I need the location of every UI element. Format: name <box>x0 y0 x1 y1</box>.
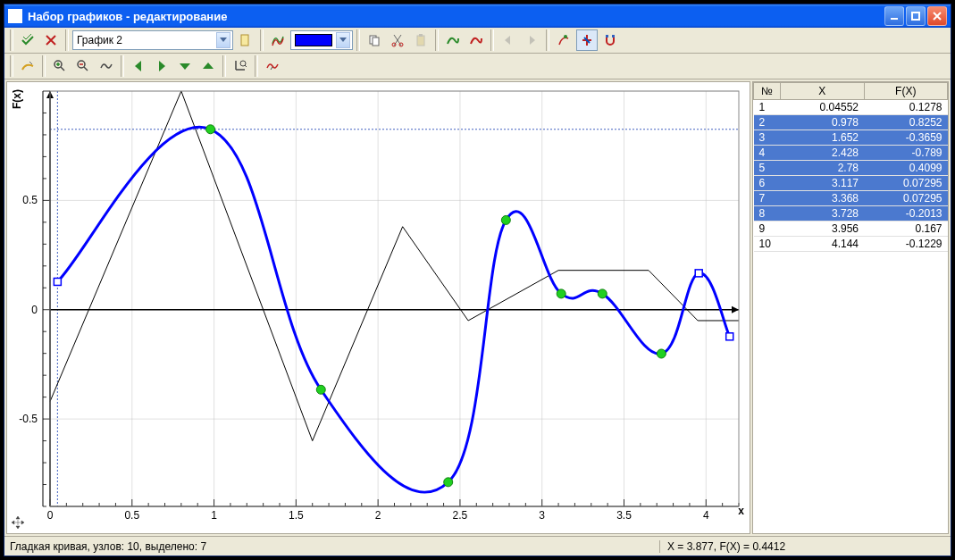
curve-green-button[interactable] <box>442 29 464 51</box>
zoom-in-button[interactable] <box>49 55 71 77</box>
content-area: F(x) x 00.511.522.533.54-0.500.5 № X F(X… <box>4 79 951 536</box>
next-button[interactable] <box>521 29 542 51</box>
copy-button[interactable] <box>364 29 385 51</box>
statusbar: Гладкая кривая, узлов: 10, выделено: 7 X… <box>4 536 951 556</box>
color-selector[interactable] <box>290 30 353 50</box>
toolbar-main: График 2 <box>4 28 951 54</box>
graph-selector-value: График 2 <box>77 34 122 46</box>
prev-button[interactable] <box>498 29 519 51</box>
magnet-button[interactable] <box>599 29 621 51</box>
table-row[interactable]: 42.428-0.789 <box>754 146 948 161</box>
status-right: X = 3.877, F(X) = 0.4412 <box>659 540 945 553</box>
x-axis-label: x <box>738 505 744 517</box>
tool-a-button[interactable] <box>553 29 574 51</box>
svg-rect-10 <box>606 35 608 38</box>
svg-text:2: 2 <box>375 509 381 522</box>
svg-rect-7 <box>417 36 424 46</box>
svg-rect-1 <box>912 13 919 20</box>
svg-point-113 <box>501 215 510 224</box>
svg-rect-8 <box>419 34 423 37</box>
close-button[interactable] <box>927 6 947 26</box>
svg-text:3: 3 <box>539 509 545 522</box>
axis-settings-button[interactable] <box>230 55 251 77</box>
table-row[interactable]: 73.3680.07295 <box>754 191 948 206</box>
table-row[interactable]: 20.9780.8252 <box>754 115 948 130</box>
nav-left-button[interactable] <box>128 55 149 77</box>
curve-type-button[interactable] <box>267 29 289 51</box>
svg-text:1: 1 <box>211 509 217 522</box>
data-panel: № X F(X) 10.045520.127820.9780.825231.65… <box>752 81 949 534</box>
chevron-down-icon <box>336 32 350 48</box>
nav-up-button[interactable] <box>197 55 219 77</box>
svg-point-6 <box>399 43 403 46</box>
svg-text:0: 0 <box>47 509 54 522</box>
curve-red-button[interactable] <box>465 29 487 51</box>
svg-point-115 <box>598 289 607 298</box>
chevron-down-icon <box>216 32 230 48</box>
table-row[interactable]: 52.780.4099 <box>754 161 948 176</box>
edit-curve-button[interactable] <box>17 55 38 77</box>
minimize-button[interactable] <box>884 6 904 26</box>
main-window: Набор графиков - редактирование График 2 <box>4 4 951 556</box>
svg-text:0.5: 0.5 <box>124 509 139 522</box>
nav-right-button[interactable] <box>151 55 172 77</box>
status-left: Гладкая кривая, узлов: 10, выделено: 7 <box>10 540 659 553</box>
svg-text:2.5: 2.5 <box>453 509 468 522</box>
svg-point-5 <box>392 43 396 46</box>
svg-text:3.5: 3.5 <box>616 509 632 522</box>
paste-button[interactable] <box>410 29 431 51</box>
curve-tool-button[interactable] <box>262 55 283 77</box>
cancel-button[interactable] <box>40 29 62 51</box>
svg-rect-2 <box>241 35 248 46</box>
svg-point-116 <box>657 349 666 358</box>
chart-area[interactable]: F(x) x 00.511.522.533.54-0.500.5 <box>6 81 750 534</box>
maximize-button[interactable] <box>906 6 926 26</box>
col-num[interactable]: № <box>754 83 781 100</box>
graph-selector[interactable]: График 2 <box>72 30 233 50</box>
svg-text:0.5: 0.5 <box>22 194 38 206</box>
tool-b-button[interactable] <box>576 29 598 51</box>
move-handle-icon[interactable] <box>11 515 25 530</box>
svg-text:4: 4 <box>703 509 709 522</box>
new-graph-button[interactable] <box>235 29 256 51</box>
svg-text:0: 0 <box>31 304 38 316</box>
svg-point-110 <box>206 125 215 134</box>
chart-canvas[interactable]: 00.511.522.533.54-0.500.5 <box>7 82 750 533</box>
color-swatch <box>295 34 332 46</box>
svg-rect-0 <box>891 18 898 20</box>
svg-rect-117 <box>695 270 702 277</box>
y-axis-label: F(x) <box>11 89 23 109</box>
svg-point-114 <box>557 289 565 298</box>
svg-rect-11 <box>612 35 615 38</box>
table-row[interactable]: 83.728-0.2013 <box>754 206 948 221</box>
data-table[interactable]: № X F(X) 10.045520.127820.9780.825231.65… <box>753 82 948 252</box>
apply-button[interactable] <box>17 29 38 51</box>
svg-point-9 <box>564 35 567 38</box>
svg-rect-118 <box>726 333 733 340</box>
table-row[interactable]: 104.144-0.1229 <box>754 237 948 252</box>
window-title: Набор графиков - редактирование <box>28 10 227 23</box>
toolbar-view <box>4 54 951 79</box>
nav-down-button[interactable] <box>174 55 196 77</box>
titlebar[interactable]: Набор графиков - редактирование <box>4 4 951 28</box>
svg-text:1.5: 1.5 <box>289 509 304 522</box>
col-fx[interactable]: F(X) <box>864 83 948 100</box>
col-x[interactable]: X <box>781 83 865 100</box>
app-icon <box>8 9 22 23</box>
svg-text:-0.5: -0.5 <box>19 413 38 425</box>
svg-point-112 <box>444 478 453 487</box>
zoom-out-button[interactable] <box>72 55 94 77</box>
table-row[interactable]: 93.9560.167 <box>754 221 948 237</box>
zoom-fit-button[interactable] <box>96 55 117 77</box>
svg-point-111 <box>316 385 325 394</box>
cut-button[interactable] <box>387 29 408 51</box>
table-row[interactable]: 10.045520.1278 <box>754 100 948 115</box>
table-row[interactable]: 63.1170.07295 <box>754 176 948 191</box>
table-row[interactable]: 31.652-0.3659 <box>754 130 948 146</box>
svg-rect-109 <box>54 278 61 285</box>
svg-rect-4 <box>373 38 379 46</box>
